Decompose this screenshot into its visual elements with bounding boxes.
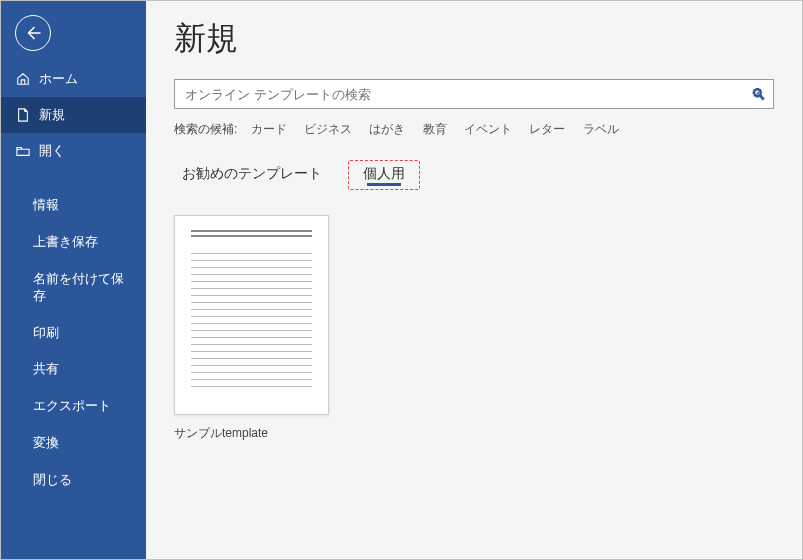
suggestions-label: 検索の候補:: [174, 122, 237, 136]
main-content: 新規 🔍︎ 検索の候補: カード ビジネス はがき 教育 イベント レター ラベ…: [146, 1, 802, 559]
nav-open[interactable]: 開く: [1, 133, 146, 169]
sub-convert[interactable]: 変換: [1, 425, 146, 462]
page-title: 新規: [174, 17, 774, 61]
search-input[interactable]: [175, 80, 743, 108]
home-icon: [15, 71, 31, 87]
sub-saveas[interactable]: 名前を付けて保存: [1, 261, 146, 315]
nav-new-label: 新規: [39, 106, 65, 124]
suggestion-card[interactable]: カード: [251, 122, 287, 136]
search-button[interactable]: 🔍︎: [743, 80, 773, 108]
template-grid: サンプルtemplate: [174, 215, 774, 442]
template-item-sample[interactable]: サンプルtemplate: [174, 215, 329, 442]
suggestion-education[interactable]: 教育: [423, 122, 447, 136]
template-label: サンプルtemplate: [174, 425, 329, 442]
suggestion-business[interactable]: ビジネス: [304, 122, 352, 136]
sub-save[interactable]: 上書き保存: [1, 224, 146, 261]
nav-new[interactable]: 新規: [1, 97, 146, 133]
sidebar: ホーム 新規 開く 情報 上書き保存 名前を付けて保存 印刷 共有 エクスポート…: [1, 1, 146, 559]
search-icon: 🔍︎: [751, 86, 766, 103]
suggestion-postcard[interactable]: はがき: [369, 122, 405, 136]
sub-print[interactable]: 印刷: [1, 315, 146, 352]
document-icon: [15, 107, 31, 123]
tab-recommended[interactable]: お勧めのテンプレート: [174, 161, 330, 189]
sidebar-sub-items: 情報 上書き保存 名前を付けて保存 印刷 共有 エクスポート 変換 閉じる: [1, 187, 146, 499]
suggestion-label[interactable]: ラベル: [583, 122, 619, 136]
suggestion-letter[interactable]: レター: [529, 122, 565, 136]
sub-info[interactable]: 情報: [1, 187, 146, 224]
suggestion-event[interactable]: イベント: [464, 122, 512, 136]
nav-home[interactable]: ホーム: [1, 61, 146, 97]
search-box: 🔍︎: [174, 79, 774, 109]
sub-share[interactable]: 共有: [1, 351, 146, 388]
nav-home-label: ホーム: [39, 70, 78, 88]
template-tabs: お勧めのテンプレート 個人用: [174, 160, 774, 190]
sub-export[interactable]: エクスポート: [1, 388, 146, 425]
arrow-left-icon: [24, 24, 42, 42]
back-button[interactable]: [15, 15, 51, 51]
sub-close[interactable]: 閉じる: [1, 462, 146, 499]
template-thumbnail: [174, 215, 329, 415]
search-suggestions: 検索の候補: カード ビジネス はがき 教育 イベント レター ラベル: [174, 121, 774, 138]
folder-open-icon: [15, 143, 31, 159]
tab-personal[interactable]: 個人用: [348, 160, 420, 190]
nav-open-label: 開く: [39, 142, 65, 160]
